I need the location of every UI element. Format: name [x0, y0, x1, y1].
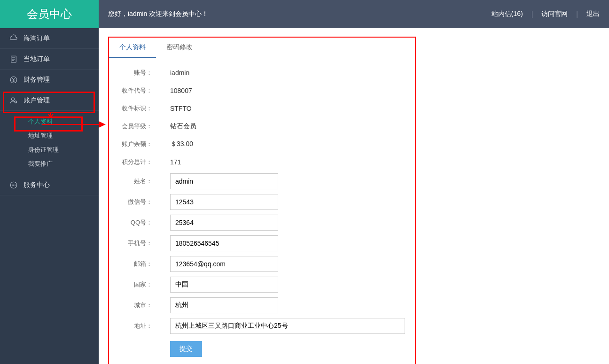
sidebar-item-label: 海淘订单: [23, 34, 50, 43]
label-balance: 账户余额：: [109, 140, 156, 148]
sidebar-sub-address[interactable]: 地址管理: [0, 129, 99, 143]
sidebar-item-label: 账户管理: [23, 96, 50, 105]
label-points: 积分总计：: [109, 158, 156, 166]
svg-point-8: [12, 185, 12, 185]
input-city[interactable]: [170, 297, 278, 313]
value-recv-code: 108007: [156, 87, 192, 94]
sidebar-item-label: 服务中心: [23, 181, 50, 189]
topbar-logout-link[interactable]: 退出: [586, 10, 600, 18]
input-qq[interactable]: [170, 215, 278, 231]
sidebar-item-finance[interactable]: 财务管理: [0, 70, 99, 90]
label-address: 地址：: [109, 322, 156, 330]
svg-point-5: [12, 98, 15, 101]
tabs: 个人资料 密码修改: [109, 38, 415, 58]
input-wechat[interactable]: [170, 194, 278, 210]
sidebar-item-account[interactable]: 账户管理: [0, 90, 99, 111]
value-points: 171: [156, 158, 181, 166]
cloud-icon: [9, 34, 18, 43]
topbar-greeting: 您好，iadmin 欢迎来到会员中心！: [108, 10, 208, 18]
label-member-level: 会员等级：: [109, 122, 156, 131]
topbar-mail-link[interactable]: 站内信(16): [492, 10, 523, 18]
sidebar-item-local[interactable]: 当地订单: [0, 49, 99, 70]
divider: |: [576, 10, 578, 18]
yen-icon: [9, 76, 18, 84]
sidebar-sub-idcard[interactable]: 身份证管理: [0, 143, 99, 157]
document-icon: [9, 55, 18, 63]
label-name: 姓名：: [109, 177, 156, 186]
sidebar-submenu: 个人资料 地址管理 身份证管理 我要推广: [0, 111, 99, 175]
svg-point-9: [13, 185, 14, 185]
profile-panel: 个人资料 密码修改 账号： iadmin 收件代号： 108007 收件标识： …: [108, 37, 416, 364]
label-qq: QQ号：: [109, 218, 156, 227]
label-phone: 手机号：: [109, 239, 156, 248]
value-account: iadmin: [156, 69, 189, 77]
label-city: 城市：: [109, 301, 156, 310]
sidebar-item-haitao[interactable]: 海淘订单: [0, 28, 99, 49]
svg-point-10: [15, 185, 15, 185]
input-country[interactable]: [170, 277, 278, 293]
input-address[interactable]: [170, 318, 405, 334]
tab-profile[interactable]: 个人资料: [109, 38, 156, 58]
label-recv-code: 收件代号：: [109, 86, 156, 95]
input-name[interactable]: [170, 173, 278, 189]
sidebar-sub-promote[interactable]: 我要推广: [0, 157, 99, 171]
sidebar-sub-profile[interactable]: 个人资料: [0, 115, 99, 129]
topbar: 您好，iadmin 欢迎来到会员中心！ 站内信(16) | 访问官网 | 退出: [99, 0, 609, 28]
user-icon: [9, 96, 18, 105]
label-email: 邮箱：: [109, 260, 156, 268]
submit-button[interactable]: 提交: [170, 341, 202, 357]
topbar-site-link[interactable]: 访问官网: [541, 10, 568, 18]
label-account: 账号：: [109, 69, 156, 77]
sidebar-item-label: 当地订单: [23, 55, 50, 63]
label-recv-tag: 收件标识：: [109, 104, 156, 113]
label-wechat: 微信号：: [109, 198, 156, 206]
value-balance: ＄33.00: [156, 140, 193, 148]
value-member-level: 钻石会员: [156, 122, 196, 131]
sidebar-item-label: 财务管理: [23, 76, 50, 84]
sidebar-title: 会员中心: [0, 0, 99, 28]
label-country: 国家：: [109, 280, 156, 289]
chat-icon: [9, 181, 18, 189]
sidebar-item-service[interactable]: 服务中心: [0, 175, 99, 195]
input-email[interactable]: [170, 256, 278, 272]
input-phone[interactable]: [170, 235, 278, 251]
divider: |: [531, 10, 533, 18]
tab-password[interactable]: 密码修改: [156, 38, 203, 58]
sidebar: 会员中心 海淘订单 当地订单 财务管理 账户管理 个人资: [0, 0, 99, 364]
value-recv-tag: STFTO: [156, 105, 192, 112]
